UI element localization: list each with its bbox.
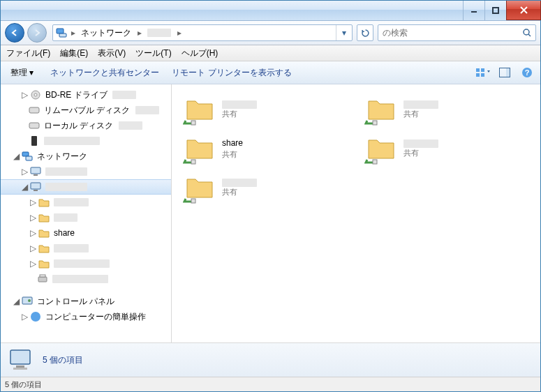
shared-folder-icon (38, 197, 50, 208)
svg-rect-1 (493, 8, 498, 13)
tree-item[interactable]: ▷ (1, 256, 171, 271)
svg-rect-32 (191, 160, 195, 164)
menu-edit[interactable]: 編集(E) (60, 47, 88, 59)
expand-icon[interactable]: ▷ (20, 167, 29, 176)
svg-rect-16 (29, 107, 39, 113)
search-icon[interactable] (519, 28, 535, 38)
computer-icon (8, 346, 36, 374)
svg-point-28 (28, 299, 31, 302)
tree-item[interactable]: ▷ (1, 195, 171, 210)
collapse-icon[interactable]: ◢ (20, 182, 29, 192)
shared-folder-item[interactable]: share共有 (183, 132, 323, 165)
svg-rect-0 (471, 11, 477, 13)
collapse-icon[interactable]: ◢ (12, 296, 20, 306)
details-text: 5 個の項目 (43, 354, 83, 366)
remote-printers-link[interactable]: リモート プリンターを表示する (172, 67, 291, 79)
shared-folder-item[interactable]: 共有 (364, 132, 504, 165)
svg-text:?: ? (525, 68, 530, 77)
shared-folder-item[interactable]: 共有 (183, 171, 323, 204)
expand-icon[interactable]: ▷ (29, 228, 37, 238)
tree-item[interactable] (1, 133, 171, 149)
status-bar: 5 個の項目 (1, 377, 540, 391)
tree-item[interactable]: ▷ コンピューターの簡単操作 (1, 309, 171, 324)
collapse-icon[interactable]: ◢ (12, 151, 20, 161)
search-input[interactable] (378, 27, 519, 38)
svg-rect-2 (57, 29, 64, 33)
tree-item[interactable]: ▷ BD-RE ドライブ (1, 87, 171, 103)
svg-line-5 (528, 34, 531, 36)
breadcrumb-current[interactable] (143, 25, 176, 40)
shared-folder-icon (38, 258, 50, 269)
back-button[interactable] (5, 23, 24, 43)
tree-item[interactable] (1, 271, 171, 287)
tree-label: share (54, 228, 75, 238)
tree-item-share[interactable]: ▷ share (1, 225, 171, 241)
shared-folder-icon (38, 212, 50, 223)
tree-item-network[interactable]: ◢ ネットワーク (1, 149, 171, 164)
expand-icon[interactable]: ▷ (29, 243, 37, 253)
menu-tools[interactable]: ツール(T) (135, 47, 171, 59)
address-bar[interactable]: ▸ ネットワーク ▸ ▸ ▾ (52, 24, 353, 41)
titlebar (1, 1, 540, 21)
menu-view[interactable]: 表示(V) (98, 47, 126, 59)
expand-icon[interactable]: ▷ (29, 259, 37, 269)
tree-label: ローカル ディスク (44, 120, 113, 132)
svg-rect-17 (29, 123, 39, 128)
close-button[interactable] (506, 1, 541, 20)
tree-label: ネットワーク (37, 151, 87, 163)
network-center-link[interactable]: ネットワークと共有センター (50, 67, 159, 79)
svg-rect-3 (59, 33, 66, 37)
svg-rect-37 (13, 368, 27, 370)
status-text: 5 個の項目 (5, 379, 42, 390)
shared-folder-icon (38, 243, 50, 254)
shared-folder-item[interactable]: 共有 (183, 93, 323, 126)
computer-icon (30, 166, 41, 177)
shared-folder-icon (364, 93, 398, 126)
menu-file[interactable]: ファイル(F) (6, 47, 50, 59)
item-subtitle: 共有 (222, 187, 257, 197)
breadcrumb-sep[interactable]: ▸ (176, 28, 183, 38)
svg-rect-30 (191, 121, 195, 125)
expand-icon[interactable]: ▷ (20, 312, 29, 322)
tree-item[interactable]: ▷ (1, 164, 171, 179)
shared-folder-icon (183, 171, 216, 204)
tree-label: リムーバブル ディスク (44, 105, 130, 116)
expand-icon[interactable]: ▷ (29, 197, 37, 207)
svg-rect-24 (34, 190, 38, 191)
svg-rect-6 (476, 68, 480, 72)
maximize-button[interactable] (484, 1, 506, 20)
drive-icon (29, 105, 40, 116)
tree-item-control-panel[interactable]: ◢ コントロール パネル (1, 294, 171, 309)
drive-icon (29, 120, 40, 131)
tree-item[interactable]: ▷ (1, 210, 171, 225)
shared-folder-item[interactable]: 共有 (364, 93, 504, 126)
view-button[interactable] (475, 65, 490, 80)
search-box[interactable] (378, 24, 536, 41)
tree-item[interactable]: リムーバブル ディスク (1, 103, 171, 118)
menu-help[interactable]: ヘルプ(H) (181, 47, 218, 59)
breadcrumb-sep[interactable]: ▸ (70, 28, 77, 38)
expand-icon[interactable]: ▷ (29, 213, 37, 223)
network-icon (22, 151, 33, 162)
breadcrumb-network[interactable]: ネットワーク (77, 25, 136, 40)
ease-icon (30, 311, 41, 322)
item-subtitle: 共有 (222, 109, 257, 119)
tree-item[interactable]: ローカル ディスク (1, 118, 171, 133)
tree-item[interactable]: ▷ (1, 241, 171, 256)
minimize-button[interactable] (463, 1, 484, 20)
organize-button[interactable]: 整理 ▾ (6, 66, 38, 80)
svg-rect-35 (10, 350, 30, 364)
help-button[interactable]: ? (519, 65, 535, 80)
tree-item-selected[interactable]: ◢ (1, 179, 171, 195)
svg-point-29 (31, 312, 40, 322)
svg-rect-9 (481, 73, 484, 77)
address-dropdown[interactable]: ▾ (336, 25, 352, 40)
forward-button[interactable] (27, 23, 47, 43)
preview-pane-button[interactable] (497, 65, 512, 80)
svg-rect-11 (506, 68, 510, 77)
expand-icon[interactable]: ▷ (20, 90, 29, 100)
breadcrumb-sep[interactable]: ▸ (136, 28, 143, 38)
svg-rect-22 (34, 174, 38, 176)
refresh-button[interactable] (357, 24, 373, 41)
svg-rect-26 (40, 275, 45, 277)
